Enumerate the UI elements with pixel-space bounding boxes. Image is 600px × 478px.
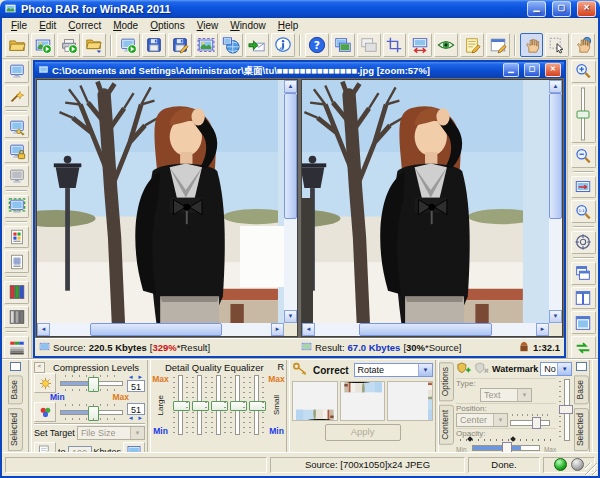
select-icon[interactable] — [545, 33, 569, 57]
eq-band-5-slider[interactable] — [247, 375, 266, 435]
monitor-play-icon[interactable] — [116, 33, 140, 57]
close-button[interactable]: ✕ — [577, 1, 596, 17]
wand-icon[interactable] — [4, 85, 29, 108]
tab-base-right[interactable]: Base — [574, 375, 589, 404]
selected-level-value[interactable]: 51 — [127, 403, 145, 415]
collapse-button[interactable]: < — [34, 362, 45, 373]
remove-watermark-icon[interactable] — [474, 361, 490, 378]
send-mail-icon[interactable] — [245, 33, 269, 57]
slider-thumb[interactable] — [532, 417, 541, 429]
screen-gray-icon[interactable] — [4, 165, 29, 188]
slider-thumb[interactable] — [192, 401, 209, 411]
scroll-up-button[interactable]: ▲ — [284, 80, 297, 93]
menu-item-options[interactable]: Options — [144, 20, 190, 31]
image-play-icon[interactable] — [31, 33, 55, 57]
tab-selected-right[interactable]: Selected — [574, 408, 589, 451]
tab-content[interactable]: Content — [439, 405, 454, 445]
watermark-position-dropdown[interactable]: Center▼ — [456, 413, 508, 427]
rotate-180-thumbnail[interactable] — [387, 381, 433, 421]
swap-icon[interactable] — [571, 336, 596, 359]
save-as-icon[interactable] — [168, 33, 192, 57]
menu-item-file[interactable]: File — [5, 20, 33, 31]
selected-spinner[interactable]: ◄ ► — [127, 415, 145, 421]
correct-mode-dropdown[interactable]: Rotate▼ — [354, 363, 433, 377]
source-horizontal-scrollbar[interactable]: ◄ ► — [37, 323, 284, 336]
viewer-maximize-button[interactable]: ▢ — [524, 63, 540, 77]
minimize-button[interactable]: ▁ — [527, 1, 546, 17]
scroll-left-button[interactable]: ◄ — [302, 323, 315, 336]
watermark-enabled-dropdown[interactable]: No▼ — [540, 362, 572, 376]
screen-icon[interactable] — [4, 60, 29, 83]
doc-colors-icon[interactable] — [4, 226, 29, 249]
tab-selected[interactable]: Selected — [8, 408, 23, 451]
target-mode-dropdown[interactable]: File Size▼ — [77, 426, 145, 440]
zoom-11-icon[interactable]: 1:1 — [571, 200, 596, 223]
result-photo[interactable] — [302, 80, 549, 323]
scroll-right-button[interactable]: ► — [271, 323, 284, 336]
scroll-down-button[interactable]: ▼ — [284, 310, 297, 323]
scrollbar-thumb[interactable] — [284, 93, 297, 219]
scrollbar-thumb[interactable] — [549, 93, 562, 219]
base-level-value[interactable]: 51 — [127, 380, 145, 392]
source-image-pane[interactable]: ▲ ▼ ◄ ► — [36, 79, 298, 337]
viewer-close-button[interactable]: ✕ — [545, 63, 561, 77]
gradient-icon[interactable] — [4, 336, 29, 359]
scroll-right-button[interactable]: ► — [536, 323, 549, 336]
rotate-left-thumbnail[interactable] — [292, 381, 338, 421]
eq-band-2-slider[interactable] — [190, 375, 209, 435]
base-quality-icon[interactable] — [34, 373, 56, 393]
result-horizontal-scrollbar[interactable]: ◄ ► — [302, 323, 549, 336]
slider-thumb[interactable] — [249, 401, 266, 411]
watermark-type-dropdown[interactable]: Text▼ — [480, 388, 532, 402]
layout-single-icon[interactable] — [571, 311, 596, 334]
edit-form-icon[interactable] — [486, 33, 510, 57]
copy-gray-icon[interactable] — [357, 33, 381, 57]
viewer-title-bar[interactable]: C:\Documents and Settings\Administrator\… — [35, 62, 564, 78]
source-vertical-scrollbar[interactable]: ▲ ▼ — [284, 80, 297, 323]
screen-key-icon[interactable] — [4, 115, 29, 138]
base-spinner[interactable]: ◄ ► — [127, 374, 145, 380]
folder-recent-icon[interactable] — [82, 33, 106, 57]
tab-options[interactable]: Options — [439, 362, 454, 401]
edit-note-icon[interactable] — [460, 33, 484, 57]
target-icon[interactable] — [571, 231, 596, 254]
scrollbar-thumb[interactable] — [90, 323, 223, 336]
scroll-up-button[interactable]: ▲ — [549, 80, 562, 93]
gray-bars-icon[interactable] — [4, 306, 29, 329]
help-icon[interactable]: ? — [305, 33, 329, 57]
crop-icon[interactable] — [383, 33, 407, 57]
eq-band-1-slider[interactable] — [171, 375, 190, 435]
menu-item-mode[interactable]: Mode — [107, 20, 144, 31]
watermark-base-checkbox[interactable] — [576, 362, 587, 371]
image-globe-icon[interactable] — [220, 33, 244, 57]
doc-dither-icon[interactable] — [4, 250, 29, 273]
zoom-slider[interactable] — [571, 85, 596, 143]
hand-globe-icon[interactable] — [571, 33, 595, 57]
menu-item-correct[interactable]: Correct — [62, 20, 107, 31]
hand-icon[interactable] — [520, 33, 544, 57]
maximize-button[interactable]: ▢ — [552, 1, 571, 17]
menu-item-view[interactable]: View — [191, 20, 225, 31]
folder-open-icon[interactable] — [5, 33, 29, 57]
image-frame-icon[interactable] — [194, 33, 218, 57]
layout-tile-icon[interactable] — [571, 287, 596, 310]
fit-icon[interactable] — [571, 176, 596, 199]
eq-band-3-slider[interactable] — [209, 375, 228, 435]
printer-play-icon[interactable] — [57, 33, 81, 57]
save-icon[interactable] — [142, 33, 166, 57]
menu-item-edit[interactable]: Edit — [33, 20, 62, 31]
watermark-size-slider[interactable] — [558, 379, 572, 441]
copy-image-icon[interactable] — [331, 33, 355, 57]
scrollbar-thumb[interactable] — [359, 323, 492, 336]
base-compression-slider[interactable] — [60, 375, 123, 391]
rgb-bars-icon[interactable] — [4, 281, 29, 304]
zoom-out-icon[interactable] — [571, 145, 596, 168]
result-image-pane[interactable]: ▲ ▼ ◄ ► — [301, 79, 563, 337]
screen-lock-icon[interactable] — [4, 140, 29, 163]
layout-cascade-icon[interactable] — [571, 262, 596, 285]
selected-compression-slider[interactable] — [60, 404, 123, 420]
eye-icon[interactable] — [434, 33, 458, 57]
info-icon[interactable] — [271, 33, 295, 57]
result-vertical-scrollbar[interactable]: ▲ ▼ — [549, 80, 562, 323]
add-watermark-icon[interactable] — [456, 361, 472, 378]
